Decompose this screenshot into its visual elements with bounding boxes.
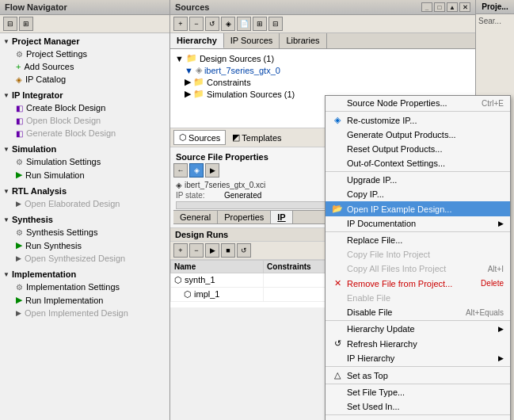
project-manager-header[interactable]: ▼ Project Manager [0, 35, 169, 48]
synthesis-header[interactable]: ▼ Synthesis [0, 213, 169, 226]
ctx-set-used-in[interactable]: Set Used In... [326, 399, 510, 414]
ctx-source-node-properties[interactable]: Source Node Properties... Ctrl+E [326, 96, 510, 110]
sources-toolbar: + − ↺ ◈ 📄 ⊞ ⊟ [170, 15, 475, 33]
runs-add-btn[interactable]: + [173, 243, 188, 258]
template-tab-icon: ◩ [232, 132, 240, 143]
tree-constraints[interactable]: ▶ 📁 Constraints [175, 76, 470, 88]
ctx-recustomize-ip[interactable]: ◈ Re-customize IP... [326, 113, 510, 128]
ctx-disable-file[interactable]: Disable File Alt+Equals [326, 305, 510, 319]
nav-synthesis-settings[interactable]: ⚙ Synthesis Settings [0, 226, 169, 239]
nav-ip-catalog[interactable]: ◈ IP Catalog [0, 73, 169, 86]
prop-tab-properties[interactable]: Properties [218, 211, 271, 223]
ip-integrator-header[interactable]: ▼ IP Integrator [0, 89, 169, 101]
restore-btn[interactable]: □ [434, 2, 445, 12]
impl-run-icon: ▶ [16, 295, 22, 305]
ip-btn[interactable]: ◈ [221, 17, 235, 31]
nav-run-synthesis[interactable]: ▶ Run Synthesis [0, 239, 169, 252]
ctx-ip-hierarchy[interactable]: IP Hierarchy ▶ [326, 351, 510, 365]
open-synth-label: Open Synthesized Design [25, 254, 125, 263]
generate-block-label: Generate Block Design [26, 128, 116, 138]
ctx-copy-all-files: Copy All Files Into Project Alt+I [326, 262, 510, 276]
runs-reset-btn[interactable]: ↺ [237, 243, 251, 258]
prop-tab-general[interactable]: General [173, 211, 218, 223]
ctx-edit-constraints[interactable]: Edit Constraints Sets... [326, 416, 510, 420]
ctx-replace-file[interactable]: Replace File... [326, 233, 510, 247]
minimize-btn[interactable]: _ [421, 2, 432, 12]
ctx-refresh-icon: ↺ [332, 338, 343, 349]
rtl-analysis-section: ▼ RTL Analysis ▶ Open Elaborated Design [0, 183, 169, 212]
expand-all-btn[interactable]: ⊞ [19, 17, 33, 31]
ip-integrator-section: ▼ IP Integrator ◧ Create Block Design ◧ … [0, 87, 169, 141]
ctx-copy-file: Copy File Into Project [326, 247, 510, 262]
ctx-out-of-context[interactable]: Out-of-Context Settings... [326, 156, 510, 170]
synth-settings-label: Synthesis Settings [26, 227, 98, 237]
nav-open-block-design[interactable]: ◧ Open Block Design [0, 114, 169, 127]
refresh-btn[interactable]: ↺ [205, 17, 219, 31]
ctx-set-as-top[interactable]: △ Set as Top [326, 368, 510, 383]
nav-simulation-settings[interactable]: ⚙ Simulation Settings [0, 155, 169, 168]
flow-navigator-title: Flow Navigator [0, 0, 169, 15]
expand-triangle4: ▼ [3, 188, 10, 195]
collapse-all-btn[interactable]: ⊟ [3, 17, 17, 31]
sub-tab-sources[interactable]: ⬡ Sources [173, 130, 226, 145]
sub-tab-templates[interactable]: ◩ Templates [227, 131, 286, 144]
project-settings-label: Project Settings [26, 49, 87, 59]
ctx-open-example[interactable]: 📂 Open IP Example Design... [326, 201, 510, 216]
add-sources-toolbar-btn[interactable]: + [173, 17, 188, 31]
expand-tree-btn[interactable]: ⊞ [253, 17, 267, 31]
expand-triangle6: ▼ [3, 271, 10, 278]
ctx-hier-update-label: Hierarchy Update [347, 324, 415, 334]
tree-design-sources[interactable]: ▼ 📁 Design Sources (1) [175, 52, 470, 64]
remove-sources-btn[interactable]: − [189, 17, 204, 31]
sim-run-icon: ▶ [16, 170, 22, 180]
prop-tab-ip[interactable]: IP [271, 211, 292, 223]
ctx-copy-all-shortcut: Alt+I [488, 265, 504, 273]
simulation-header[interactable]: ▼ Simulation [0, 143, 169, 155]
ctx-set-file-type[interactable]: Set File Type... [326, 385, 510, 399]
prop-back-btn[interactable]: ← [173, 163, 188, 178]
synth-run-icon: ▶ [16, 240, 22, 250]
nav-create-block-design[interactable]: ◧ Create Block Design [0, 101, 169, 114]
ctx-upgrade-ip[interactable]: Upgrade IP... [326, 173, 510, 187]
prop-more-btn[interactable]: ▶ [205, 163, 219, 178]
open-block-label: Open Block Design [26, 116, 101, 125]
ctx-reset-output[interactable]: Reset Output Products... [326, 142, 510, 156]
tab-ip-sources[interactable]: IP Sources [224, 33, 280, 48]
nav-project-settings[interactable]: ⚙ Project Settings [0, 48, 169, 60]
ctx-hierarchy-update[interactable]: Hierarchy Update ▶ [326, 322, 510, 336]
tab-libraries[interactable]: Libraries [280, 33, 326, 48]
ctx-sep-2 [326, 171, 510, 172]
tab-hierarchy[interactable]: Hierarchy [170, 33, 224, 48]
collapse-tree-btn[interactable]: ⊟ [268, 17, 283, 31]
close-btn[interactable]: ✕ [459, 2, 470, 12]
maximize-btn[interactable]: ▲ [447, 2, 458, 12]
ctx-copy-ip[interactable]: Copy IP... [326, 187, 510, 201]
nav-run-simulation[interactable]: ▶ Run Simulation [0, 168, 169, 181]
nav-open-elaborated[interactable]: ▶ Open Elaborated Design [0, 197, 169, 210]
implementation-header[interactable]: ▼ Implementation [0, 268, 169, 281]
ctx-generate-output[interactable]: Generate Output Products... [326, 128, 510, 142]
ctx-copy-ip-label: Copy IP... [347, 189, 384, 199]
nav-open-implemented[interactable]: ▶ Open Implemented Design [0, 307, 169, 319]
prop-refresh-btn[interactable]: ◈ [189, 163, 204, 178]
runs-stop-btn[interactable]: ■ [221, 243, 235, 258]
runs-remove-btn[interactable]: − [189, 243, 204, 258]
nav-generate-block-design[interactable]: ◧ Generate Block Design [0, 127, 169, 139]
nav-impl-settings[interactable]: ⚙ Implementation Settings [0, 281, 169, 293]
create-file-btn[interactable]: 📄 [237, 17, 251, 31]
ctx-recustomize-label: Re-customize IP... [347, 116, 417, 125]
runs-launch-btn[interactable]: ▶ [205, 243, 219, 258]
implementation-section: ▼ Implementation ⚙ Implementation Settin… [0, 266, 169, 321]
add-sources-label: Add Sources [24, 62, 74, 71]
nav-add-sources[interactable]: + Add Sources [0, 60, 169, 73]
nav-run-impl[interactable]: ▶ Run Implementation [0, 293, 169, 307]
sim-gear-icon: ⚙ [16, 158, 23, 166]
rtl-header[interactable]: ▼ RTL Analysis [0, 185, 169, 197]
ctx-remove-file[interactable]: ✕ Remove File from Project... Delete [326, 276, 510, 291]
simulation-section: ▼ Simulation ⚙ Simulation Settings ▶ Run… [0, 141, 169, 183]
nav-open-synthesized[interactable]: ▶ Open Synthesized Design [0, 252, 169, 265]
ctx-refresh-hierarchy[interactable]: ↺ Refresh Hierarchy [326, 336, 510, 351]
expand-icon3: ▶ [185, 77, 191, 87]
ctx-ip-documentation[interactable]: IP Documentation ▶ [326, 216, 510, 231]
tree-ibert-file[interactable]: ▼ ◈ ibert_7series_gtx_0 [175, 64, 470, 76]
